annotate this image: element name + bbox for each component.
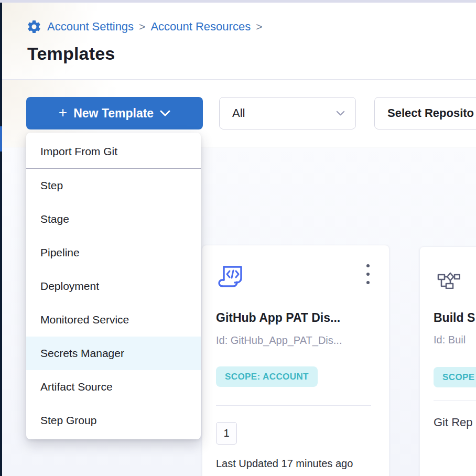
template-card-title: Build S [434,311,475,325]
chevron-down-icon [336,111,345,116]
plus-icon: + [59,105,67,120]
card-options-menu-icon[interactable] [366,264,370,284]
breadcrumb-separator: > [139,20,145,33]
pipeline-nodes-icon [437,272,460,289]
new-template-label: New Template [73,106,154,121]
breadcrumb: Account Settings > Account Resources > [26,19,262,35]
version-badge: 1 [216,422,237,445]
menu-item-step-group[interactable]: Step Group [26,404,201,437]
breadcrumb-account-settings[interactable]: Account Settings [47,20,134,34]
template-card-build-stage[interactable]: Build S Id: Buil SCOPE Git Rep [419,246,476,476]
template-card-id: Id: Buil [434,334,466,346]
menu-item-deployment[interactable]: Deployment [26,269,201,303]
breadcrumb-separator: > [256,20,262,33]
menu-item-secrets-manager[interactable]: Secrets Manager [26,337,201,370]
scope-badge: SCOPE: ACCOUNT [216,366,318,387]
scope-badge: SCOPE [434,367,476,387]
code-scroll-icon [217,264,244,290]
template-type-filter[interactable]: All [219,97,356,129]
menu-item-pipeline[interactable]: Pipeline [26,236,201,269]
template-card-id: Id: GitHub_App_PAT_Dis... [216,334,342,347]
git-repo-label: Git Rep [434,416,473,429]
menu-item-monitored-service[interactable]: Monitored Service [26,303,201,337]
menu-item-stage[interactable]: Stage [26,202,201,236]
menu-item-step[interactable]: Step [26,169,201,202]
template-card-github-app-pat[interactable]: GitHub App PAT Dis... Id: GitHub_App_PAT… [202,245,390,476]
menu-item-artifact-source[interactable]: Artifact Source [26,370,201,404]
new-template-dropdown-menu: Import From Git Step Stage Pipeline Depl… [26,133,201,439]
page-header: Account Settings > Account Resources > T… [2,3,476,80]
card-divider [216,405,371,406]
chevron-down-icon [160,110,170,116]
menu-item-import-from-git[interactable]: Import From Git [26,135,201,168]
last-updated-text: Last Updated 17 minutes ago [216,458,353,470]
settings-gear-icon [26,19,42,35]
breadcrumb-account-resources[interactable]: Account Resources [150,20,251,34]
new-template-button[interactable]: + New Template [26,97,203,129]
card-divider [434,401,476,401]
template-card-title: GitHub App PAT Dis... [216,311,340,325]
template-type-filter-value: All [232,106,245,120]
repository-select-label: Select Reposito [387,106,474,120]
page-title: Templates [27,44,115,64]
repository-select[interactable]: Select Reposito [374,97,476,129]
